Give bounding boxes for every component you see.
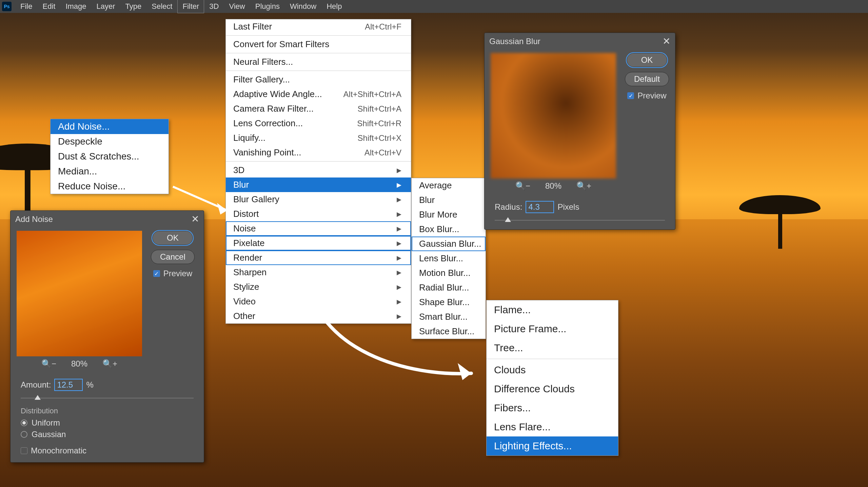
blur-item-smart-blur[interactable]: Smart Blur... [412,310,486,324]
check-icon: ✓ [153,270,160,277]
filter-item-last-filter[interactable]: Last Filter Alt+Ctrl+F [226,19,411,34]
blur-item-surface-blur[interactable]: Surface Blur... [412,324,486,339]
filter-item-render[interactable]: Render▶ [226,250,411,265]
filter-item-camera-raw[interactable]: Camera Raw Filter...Shift+Ctrl+A [226,101,411,116]
close-icon[interactable]: ✕ [663,36,670,47]
radius-input[interactable] [526,202,553,212]
filter-item-convert-smart[interactable]: Convert for Smart Filters [226,37,411,52]
render-item-picture-frame[interactable]: Picture Frame... [487,319,618,338]
render-item-lens-flare[interactable]: Lens Flare... [487,417,618,436]
amount-input[interactable] [55,379,82,390]
menu-file[interactable]: File [16,0,37,13]
menu-edit[interactable]: Edit [38,0,60,13]
submenu-arrow-icon: ▶ [397,313,401,320]
blur-item-gaussian-blur[interactable]: Gaussian Blur... [412,237,486,251]
dialog-titlebar[interactable]: Gaussian Blur ✕ [485,33,675,50]
zoom-out-icon[interactable]: 🔍− [515,181,530,191]
close-icon[interactable]: ✕ [191,213,199,225]
render-item-tree[interactable]: Tree... [487,338,618,357]
noise-submenu: Add Noise... Despeckle Dust & Scratches.… [50,119,169,194]
ok-button[interactable]: OK [152,231,193,245]
menu-select[interactable]: Select [147,0,177,13]
amount-label: Amount: [21,380,51,390]
filter-item-neural[interactable]: Neural Filters... [226,55,411,69]
dialog-title: Add Noise [15,214,53,224]
submenu-arrow-icon: ▶ [397,225,401,232]
preview-checkbox[interactable]: ✓ Preview [627,91,666,100]
render-item-fibers[interactable]: Fibers... [487,398,618,417]
render-item-clouds[interactable]: Clouds [487,360,618,379]
blur-item-box-blur[interactable]: Box Blur... [412,222,486,237]
filter-item-filter-gallery[interactable]: Filter Gallery... [226,72,411,87]
blur-submenu: Average Blur Blur More Box Blur... Gauss… [411,178,486,339]
uniform-radio[interactable]: Uniform [21,418,204,428]
amount-slider[interactable] [21,395,194,401]
distribution-label: Distribution [21,407,204,415]
blur-item-lens-blur[interactable]: Lens Blur... [412,251,486,266]
filter-item-vanishing-point[interactable]: Vanishing Point...Alt+Ctrl+V [226,145,411,160]
filter-item-stylize[interactable]: Stylize▶ [226,280,411,294]
radius-slider[interactable] [495,217,665,223]
cancel-button[interactable]: Cancel [151,250,195,264]
menu-window[interactable]: Window [285,0,321,13]
menu-help[interactable]: Help [322,0,347,13]
render-item-lighting-effects[interactable]: Lighting Effects... [487,436,618,455]
filter-item-video[interactable]: Video▶ [226,294,411,309]
filter-item-blur[interactable]: Blur▶ [226,177,411,192]
submenu-arrow-icon: ▶ [397,240,401,247]
photoshop-canvas: Ps File Edit Image Layer Type Select Fil… [0,0,868,487]
zoom-in-icon[interactable]: 🔍+ [576,181,591,191]
blur-item-motion-blur[interactable]: Motion Blur... [412,266,486,280]
preview-label: Preview [163,269,192,278]
gaussian-radio[interactable]: Gaussian [21,430,204,439]
filter-item-pixelate[interactable]: Pixelate▶ [226,236,411,250]
menu-type[interactable]: Type [121,0,146,13]
noise-item-reduce-noise[interactable]: Reduce Noise... [51,179,169,194]
submenu-arrow-icon: ▶ [397,181,401,189]
noise-item-dust-scratches[interactable]: Dust & Scratches... [51,149,169,164]
blur-item-average[interactable]: Average [412,178,486,193]
filter-item-lens-correction[interactable]: Lens Correction...Shift+Ctrl+R [226,116,411,131]
check-icon [21,447,27,454]
zoom-out-icon[interactable]: 🔍− [41,359,56,369]
check-icon: ✓ [627,92,634,99]
default-button[interactable]: Default [625,72,669,86]
noise-item-add-noise[interactable]: Add Noise... [51,119,169,134]
preview-thumbnail [491,53,616,179]
filter-item-noise[interactable]: Noise▶ [226,221,411,236]
render-item-flame[interactable]: Flame... [487,300,618,319]
filter-item-blur-gallery[interactable]: Blur Gallery▶ [226,192,411,207]
noise-item-median[interactable]: Median... [51,164,169,179]
add-noise-dialog: Add Noise ✕ 🔍− 80% 🔍+ OK Cancel ✓ Previe… [10,210,204,463]
gaussian-blur-dialog: Gaussian Blur ✕ 🔍− 80% 🔍+ OK Default ✓ P… [484,33,675,230]
radius-label: Radius: [495,202,522,212]
menu-layer[interactable]: Layer [92,0,120,13]
render-submenu: Flame... Picture Frame... Tree... Clouds… [486,300,618,456]
radius-unit: Pixels [557,202,579,212]
filter-item-3d[interactable]: 3D▶ [226,163,411,177]
filter-item-sharpen[interactable]: Sharpen▶ [226,265,411,280]
blur-item-blur-more[interactable]: Blur More [412,207,486,222]
amount-unit: % [86,380,93,390]
filter-item-label: Last Filter [233,21,272,32]
render-item-difference-clouds[interactable]: Difference Clouds [487,379,618,398]
menu-filter[interactable]: Filter [178,0,204,13]
blur-item-shape-blur[interactable]: Shape Blur... [412,295,486,310]
submenu-arrow-icon: ▶ [397,210,401,218]
blur-item-radial-blur[interactable]: Radial Blur... [412,280,486,295]
menu-view[interactable]: View [224,0,250,13]
ok-button[interactable]: OK [627,53,667,67]
filter-item-adaptive-wide[interactable]: Adaptive Wide Angle...Alt+Shift+Ctrl+A [226,87,411,101]
preview-checkbox[interactable]: ✓ Preview [153,269,192,278]
menu-image[interactable]: Image [61,0,91,13]
filter-item-liquify[interactable]: Liquify...Shift+Ctrl+X [226,131,411,145]
noise-item-despeckle[interactable]: Despeckle [51,134,169,149]
monochromatic-checkbox[interactable]: Monochromatic [21,446,204,455]
menu-plugins[interactable]: Plugins [251,0,284,13]
filter-item-distort[interactable]: Distort▶ [226,207,411,221]
blur-item-blur[interactable]: Blur [412,193,486,207]
zoom-in-icon[interactable]: 🔍+ [102,359,117,369]
menu-3d[interactable]: 3D [204,0,223,13]
dialog-titlebar[interactable]: Add Noise ✕ [11,211,204,227]
filter-item-other[interactable]: Other▶ [226,309,411,323]
